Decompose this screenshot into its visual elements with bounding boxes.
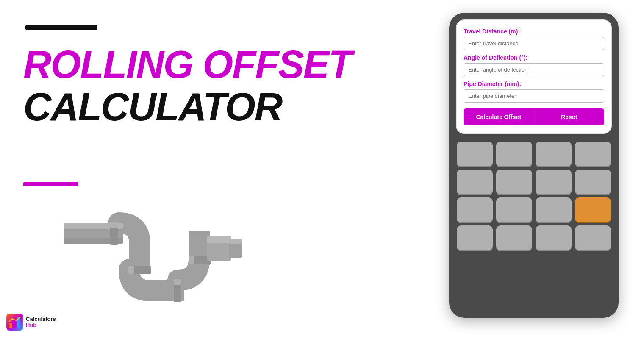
key-2[interactable] xyxy=(496,142,532,166)
key-15[interactable] xyxy=(575,225,611,250)
calculator-body: Travel Distance (m): Angle of Deflection… xyxy=(449,13,619,318)
logo-brand-calculators: Calculators xyxy=(26,316,56,322)
svg-rect-21 xyxy=(13,320,16,328)
keypad xyxy=(456,140,612,252)
title-line2: CALCULATOR xyxy=(23,85,282,129)
travel-distance-input[interactable] xyxy=(464,37,604,50)
logo-text: Calculators Hub xyxy=(26,316,56,328)
key-6[interactable] xyxy=(496,170,532,194)
calculate-button[interactable]: Calculate Offset xyxy=(464,108,534,125)
left-section: ROLLING OFFSET CALCULATOR xyxy=(0,0,381,339)
key-4[interactable] xyxy=(575,142,611,166)
svg-rect-13 xyxy=(174,279,181,285)
title-line1: ROLLING OFFSET xyxy=(23,42,351,87)
pipe-diameter-input[interactable] xyxy=(464,89,604,103)
key-14[interactable] xyxy=(536,225,572,250)
key-7[interactable] xyxy=(536,170,572,194)
key-9[interactable] xyxy=(457,197,493,222)
key-orange-1[interactable] xyxy=(575,197,611,222)
key-8[interactable] xyxy=(575,170,611,194)
pipe-diameter-label: Pipe Diameter (mm): xyxy=(464,81,604,87)
top-decorative-bar xyxy=(25,25,97,30)
pipe-illustration xyxy=(64,197,267,326)
logo-area: Calculators Hub xyxy=(6,314,56,331)
travel-distance-label: Travel Distance (m): xyxy=(464,28,604,35)
key-13[interactable] xyxy=(496,225,532,250)
angle-deflection-label: Angle of Deflection (°): xyxy=(464,54,604,61)
action-buttons-row: Calculate Offset Reset xyxy=(464,108,604,125)
key-11[interactable] xyxy=(536,197,572,222)
calculator-screen: Travel Distance (m): Angle of Deflection… xyxy=(456,19,612,134)
svg-rect-20 xyxy=(9,323,12,328)
logo-brand-hub: Hub xyxy=(26,322,56,328)
key-12[interactable] xyxy=(457,225,493,250)
svg-rect-9 xyxy=(110,222,118,228)
svg-rect-11 xyxy=(128,266,134,274)
key-10[interactable] xyxy=(496,197,532,222)
svg-rect-17 xyxy=(207,236,231,243)
calculator-section: Travel Distance (m): Angle of Deflection… xyxy=(449,13,627,326)
key-1[interactable] xyxy=(457,142,493,166)
purple-accent-bar xyxy=(23,182,78,186)
key-5[interactable] xyxy=(457,170,493,194)
svg-rect-15 xyxy=(189,256,194,264)
key-3[interactable] xyxy=(536,142,572,166)
reset-button[interactable]: Reset xyxy=(534,108,605,125)
svg-rect-19 xyxy=(229,239,242,244)
logo-icon xyxy=(6,314,23,331)
angle-deflection-input[interactable] xyxy=(464,63,604,76)
